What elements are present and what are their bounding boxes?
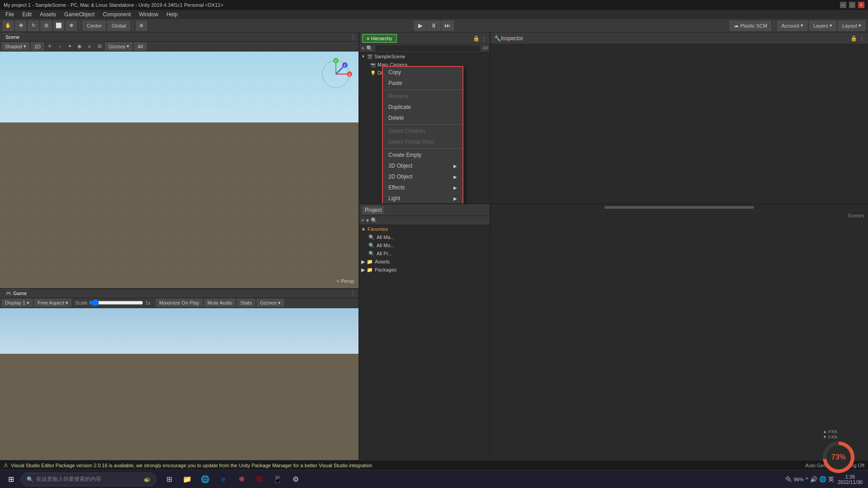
taskbar-ie[interactable]: e xyxy=(215,471,231,488)
menu-gameobject[interactable]: GameObject xyxy=(61,10,98,19)
taskbar-search-bar[interactable]: 🔍 在这里输入你要搜索的内容 🐢 xyxy=(21,473,156,486)
assets-section[interactable]: ▶ 📁 Assets xyxy=(359,258,490,266)
hand-tool[interactable]: ✋ xyxy=(3,21,14,31)
ctx-delete[interactable]: Delete xyxy=(383,113,462,123)
scale-tool[interactable]: ⊞ xyxy=(41,21,52,31)
display-dropdown[interactable]: Display 1 ▾ xyxy=(2,299,33,307)
packages-folder-icon: 📁 xyxy=(367,267,373,273)
stats-btn[interactable]: Stats xyxy=(237,299,255,307)
game-tab[interactable]: 🎮 Game xyxy=(3,289,29,297)
2d-button[interactable]: 2D xyxy=(31,42,44,51)
all-prefabs-item[interactable]: 🔍 All Pr... xyxy=(359,249,490,258)
account-button[interactable]: Account ▾ xyxy=(777,21,807,31)
taskbar-app1[interactable]: ❋ xyxy=(233,471,250,488)
arrow-up-icon[interactable]: ^ xyxy=(806,476,808,483)
maximize-btn[interactable]: Maximize On Play xyxy=(156,299,203,307)
scenes-scrollbar-area xyxy=(491,204,868,211)
layout-button[interactable]: Layout ▾ xyxy=(838,21,865,31)
step-button[interactable]: ⏭ xyxy=(441,21,454,31)
all-materials-item[interactable]: 🔍 All Ma... xyxy=(359,233,490,241)
inspector-lock[interactable]: 🔒 xyxy=(850,35,857,42)
menu-help[interactable]: Help xyxy=(163,10,181,19)
taskbar-search-text: 在这里输入你要搜索的内容 xyxy=(36,475,101,483)
transform-tool[interactable]: ❖ xyxy=(66,21,77,31)
ctx-copy[interactable]: Copy xyxy=(383,67,462,78)
menu-file[interactable]: File xyxy=(2,10,18,19)
scene-tab[interactable]: Scene xyxy=(3,33,22,41)
speaker-icon[interactable]: 🔊 xyxy=(810,476,817,483)
gizmos-dropdown[interactable]: Gizmos ▾ xyxy=(105,42,132,51)
hierarchy-lock[interactable]: 🔒 xyxy=(473,35,480,42)
scene-menu[interactable]: ⋮ xyxy=(483,54,488,59)
menu-window[interactable]: Window xyxy=(135,10,162,19)
packages-arrow: ▶ xyxy=(361,267,365,273)
taskbar-unity[interactable]: ⚙ xyxy=(288,471,304,488)
menu-assets[interactable]: Assets xyxy=(36,10,60,19)
taskbar-app3[interactable]: 📱 xyxy=(269,471,286,488)
pause-button[interactable]: ⏸ xyxy=(428,21,440,31)
battery-icon[interactable]: 96% xyxy=(794,477,804,482)
packages-section[interactable]: ▶ 📁 Packages xyxy=(359,266,490,274)
game-dots[interactable]: ⋮ xyxy=(350,290,356,296)
rotate-tool[interactable]: ↻ xyxy=(28,21,39,31)
taskbar-edge[interactable]: 🌐 xyxy=(197,471,213,488)
taskbar-app2[interactable]: W xyxy=(251,471,268,488)
fx-icon-btn[interactable]: ✦ xyxy=(66,42,74,51)
mute-btn[interactable]: Mute Audio xyxy=(204,299,236,307)
light-icon-btn[interactable]: ☀ xyxy=(46,42,54,51)
plus-icon[interactable]: + xyxy=(361,45,364,52)
maximize-button[interactable]: □ xyxy=(849,2,855,8)
fog-icon-btn[interactable]: ≡ xyxy=(85,42,94,51)
scale-slider[interactable] xyxy=(89,300,143,305)
all-filter[interactable]: All xyxy=(483,46,488,51)
global-toggle[interactable]: Global xyxy=(108,21,130,31)
network2-icon[interactable]: 🌐 xyxy=(819,476,826,483)
ctx-create-empty[interactable]: Create Empty xyxy=(383,150,462,160)
context-menu: Copy Paste Rename Duplicate xyxy=(382,66,463,203)
rect-tool[interactable]: ⬜ xyxy=(53,21,64,31)
sky-icon-btn[interactable]: ◉ xyxy=(75,42,84,51)
windows-start[interactable]: ⊞ xyxy=(2,471,20,488)
hierarchy-dots[interactable]: ⋮ xyxy=(481,35,487,42)
project-add[interactable]: + xyxy=(361,217,364,224)
ctx-paste[interactable]: Paste xyxy=(383,78,462,89)
move-tool[interactable]: ✤ xyxy=(15,21,26,31)
all-models-item[interactable]: 🔍 All Mo... xyxy=(359,241,490,249)
game-sky xyxy=(0,308,359,354)
scenes-scrollbar[interactable] xyxy=(604,206,754,209)
hierarchy-search-input[interactable] xyxy=(375,45,481,52)
ctx-light[interactable]: Light ▶ xyxy=(383,193,462,203)
aspect-dropdown[interactable]: Free Aspect ▾ xyxy=(34,299,71,307)
hierarchy-tab[interactable]: ≡ Hierarchy xyxy=(362,34,397,43)
ctx-duplicate[interactable]: Duplicate xyxy=(383,102,462,113)
project-arrow[interactable]: ▾ xyxy=(366,217,369,224)
ctx-2d-object[interactable]: 2D Object ▶ xyxy=(383,171,462,182)
center-toggle[interactable]: Center xyxy=(83,21,106,31)
layer-icon-btn[interactable]: ⊞ xyxy=(95,42,104,51)
project-tab[interactable]: Project xyxy=(362,206,384,214)
ctx-effects[interactable]: Effects ▶ xyxy=(383,182,462,193)
favorites-section[interactable]: ★ Favorites xyxy=(359,225,490,233)
menu-component[interactable]: Component xyxy=(99,10,134,19)
play-button[interactable]: ▶ xyxy=(414,21,427,31)
scene-arrow: ▼ xyxy=(361,54,365,59)
minimize-button[interactable]: — xyxy=(840,2,846,8)
main-content: Scene ⋮ Shaded ▾ 2D ☀ ♪ ✦ ◉ ≡ ⊞ Gizm xyxy=(0,33,868,460)
snap-btn[interactable]: ⊕ xyxy=(136,21,147,31)
close-button[interactable]: ✕ xyxy=(858,2,864,8)
plastic-scm-button[interactable]: ☁ Plastic SCM xyxy=(730,21,771,31)
shading-dropdown[interactable]: Shaded ▾ xyxy=(2,42,29,51)
scene-dots[interactable]: ⋮ xyxy=(350,34,356,40)
taskbar-file-explorer[interactable]: 📁 xyxy=(179,471,195,488)
game-gizmos-dropdown[interactable]: Gizmos ▾ xyxy=(257,299,284,307)
sample-scene-item[interactable]: ▼ 🎬 SampleScene ⋮ xyxy=(359,52,490,61)
menu-edit[interactable]: Edit xyxy=(19,10,35,19)
layers-button[interactable]: Layers ▾ xyxy=(809,21,836,31)
ctx-3d-object[interactable]: 3D Object ▶ xyxy=(383,160,462,171)
inspector-dots[interactable]: ⋮ xyxy=(859,35,864,42)
task-view-btn[interactable]: ⊞ xyxy=(161,471,177,488)
input-icon[interactable]: 英 xyxy=(828,475,834,483)
all-dropdown[interactable]: All xyxy=(134,42,146,51)
audio-icon-btn[interactable]: ♪ xyxy=(56,42,64,51)
network-icon[interactable]: 🔌 xyxy=(785,476,792,483)
